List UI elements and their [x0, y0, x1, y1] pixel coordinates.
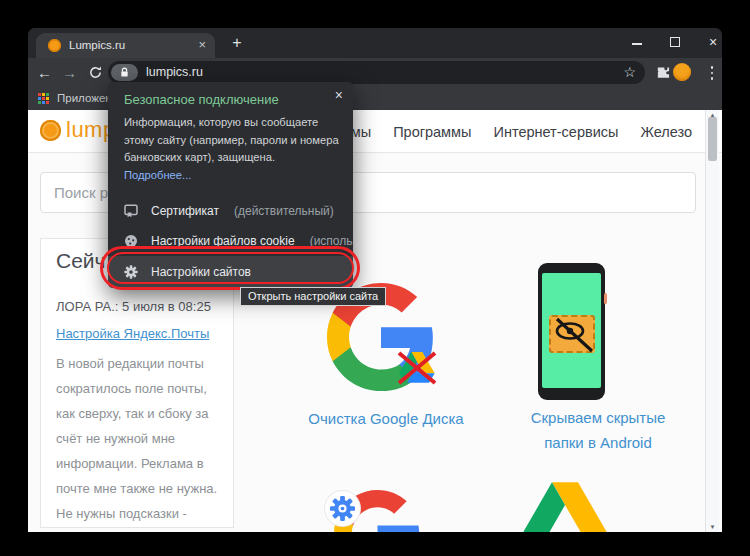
window-maximize-button[interactable]	[668, 36, 684, 50]
hidden-folder-icon	[549, 315, 595, 353]
address-bar[interactable]: lumpics.ru ☆	[108, 61, 645, 84]
dots-icon	[711, 66, 714, 69]
gear-badge	[325, 491, 360, 526]
reload-icon	[88, 65, 103, 80]
menu-item-label: Сертификат	[151, 204, 219, 218]
certificate-icon	[124, 204, 138, 218]
drive-crossed-icon	[396, 350, 438, 386]
minimize-icon	[632, 43, 642, 45]
tab-lumpics[interactable]: Lumpics.ru ×	[36, 33, 215, 58]
gear-icon	[124, 265, 138, 279]
popup-description: Информация, которую вы сообщаете этому с…	[124, 114, 344, 184]
menu-item-detail: (действительный)	[234, 204, 334, 218]
browser-menu-button[interactable]	[706, 65, 718, 81]
crossed-eye-icon	[551, 317, 595, 353]
menu-item-certificate[interactable]: Сертификат (действительный)	[108, 196, 353, 226]
grid-dot	[42, 101, 45, 104]
grid-dot	[38, 97, 41, 100]
dots-icon	[711, 72, 714, 75]
comment-meta: ЛОРА РА.: 5 июля в 08:25	[56, 299, 211, 314]
lock-icon	[120, 67, 129, 78]
menu-item-detail: (используется 11 фай	[310, 234, 353, 248]
menu-item-cookies[interactable]: Настройки файлов cookie (используется 11…	[108, 226, 353, 256]
nav-item-hardware[interactable]: Железо	[640, 124, 692, 140]
new-tab-button[interactable]: +	[226, 32, 248, 54]
tab-close-icon[interactable]: ×	[198, 37, 206, 52]
comment-title-link[interactable]: Настройка Яндекс.Почты	[56, 326, 209, 341]
popup-close-icon[interactable]: ×	[335, 87, 343, 103]
maximize-icon	[670, 37, 680, 47]
nav-item-internet-services[interactable]: Интернет-сервисы	[493, 124, 618, 140]
desktop: Lumpics.ru × + × ← → lumpics.ru ☆	[0, 0, 750, 556]
grid-dot	[46, 97, 49, 100]
window-close-button[interactable]: ×	[705, 36, 721, 50]
scroll-down-arrow-icon[interactable]: ▼	[706, 524, 719, 530]
site-logo-icon[interactable]	[40, 120, 61, 141]
cookie-icon	[124, 234, 138, 248]
google-drive-image	[523, 482, 607, 532]
grid-dot	[42, 93, 45, 96]
forward-button[interactable]: →	[59, 62, 80, 83]
profile-avatar[interactable]	[673, 63, 691, 81]
bookmark-star-icon[interactable]: ☆	[623, 61, 636, 84]
tab-strip: Lumpics.ru × + ×	[28, 28, 722, 58]
apps-grid-icon[interactable]	[38, 93, 50, 105]
nav-item-programs[interactable]: Программы	[393, 124, 471, 140]
phone-screen	[542, 273, 601, 388]
phone-power-button	[604, 293, 607, 304]
grid-dot	[46, 101, 49, 104]
blue-gear-icon	[329, 495, 356, 522]
article-link-hide-folders-android[interactable]: Скрываем скрытые папки в Android	[508, 405, 688, 455]
site-info-popup: × Безопасное подключение Информация, кот…	[108, 82, 353, 288]
site-nav: системы Программы Интернет-сервисы Желез…	[314, 110, 692, 153]
site-settings-tooltip: Открыть настройки сайта	[240, 287, 386, 306]
window-minimize-button[interactable]	[630, 36, 646, 50]
card-heading: Сейч	[56, 249, 106, 273]
grid-dot	[46, 93, 49, 96]
tab-favicon	[48, 39, 61, 52]
menu-item-site-settings[interactable]: Настройки сайтов	[108, 256, 353, 288]
site-info-lock-button[interactable]	[111, 64, 138, 81]
extensions-button[interactable]	[655, 65, 670, 80]
page-scrollbar[interactable]: ▲ ▼	[705, 110, 719, 532]
menu-item-label: Настройки сайтов	[151, 265, 251, 279]
menu-item-label: Настройки файлов cookie	[151, 234, 295, 248]
grid-dot	[42, 97, 45, 100]
comment-body: В новой редакции почты сократилось поле …	[56, 351, 226, 532]
popup-menu: Сертификат (действительный) Настройки фа…	[108, 196, 353, 288]
phone-image	[538, 263, 605, 400]
puzzle-icon	[655, 65, 670, 80]
dots-icon	[711, 77, 714, 80]
back-button[interactable]: ←	[34, 62, 55, 83]
tab-title: Lumpics.ru	[69, 39, 125, 51]
secure-connection-title: Безопасное подключение	[124, 92, 279, 107]
article-link-google-drive-cleanup[interactable]: Очистка Google Диска	[286, 410, 486, 427]
learn-more-link[interactable]: Подробнее...	[124, 169, 191, 181]
reload-button[interactable]	[85, 65, 106, 80]
grid-dot	[38, 101, 41, 104]
url-text: lumpics.ru	[146, 61, 203, 84]
scrollbar-thumb[interactable]	[708, 117, 717, 161]
article-link-text: Скрываем скрытые папки в Android	[523, 405, 673, 455]
grid-dot	[38, 93, 41, 96]
popup-description-text: Информация, которую вы сообщаете этому с…	[124, 116, 339, 163]
